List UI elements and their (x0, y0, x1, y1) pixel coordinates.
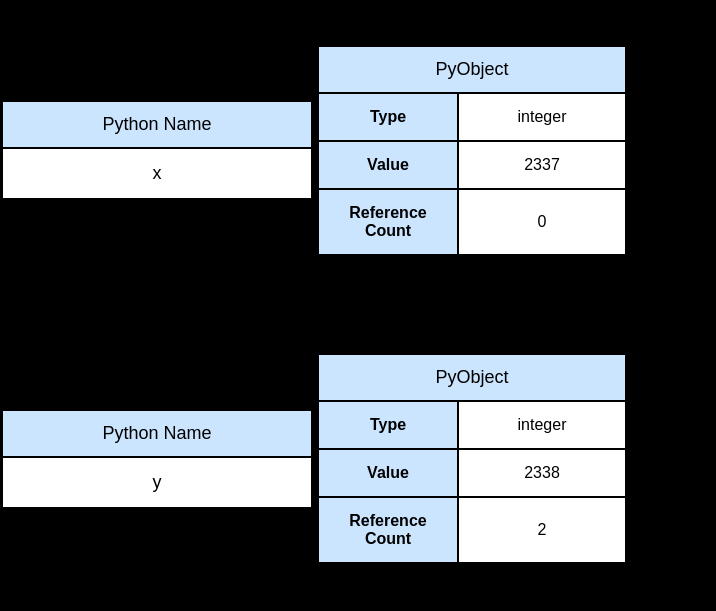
type-value-2: integer (459, 402, 625, 448)
ref-value-1: 0 (459, 190, 625, 254)
ref-label-line2-1: Count (365, 222, 411, 240)
pyobject-header-1: PyObject (319, 47, 625, 94)
ref-label-1: Reference Count (319, 190, 459, 254)
value-value-1: 2337 (459, 142, 625, 188)
pyobject-box-2: PyObject Type integer Value 2338 Referen… (317, 353, 627, 564)
ref-label-2: Reference Count (319, 498, 459, 562)
pyobject-row-ref-1: Reference Count 0 (319, 190, 625, 254)
pyobject-row-value-1: Value 2337 (319, 142, 625, 190)
python-name-box-2: Python Name y (1, 409, 313, 509)
ref-value-2: 2 (459, 498, 625, 562)
pyobject-row-value-2: Value 2338 (319, 450, 625, 498)
python-name-header-1: Python Name (1, 100, 313, 149)
pyobject-box-1: PyObject Type integer Value 2337 Referen… (317, 45, 627, 256)
type-label-1: Type (319, 94, 459, 140)
python-name-header-2: Python Name (1, 409, 313, 458)
pyobject-row-type-1: Type integer (319, 94, 625, 142)
python-name-value-1: x (1, 149, 313, 200)
pyobject-header-2: PyObject (319, 355, 625, 402)
ref-label-line1-2: Reference (349, 512, 426, 530)
python-name-value-2: y (1, 458, 313, 509)
value-value-2: 2338 (459, 450, 625, 496)
value-label-2: Value (319, 450, 459, 496)
ref-label-line2-2: Count (365, 530, 411, 548)
type-label-2: Type (319, 402, 459, 448)
value-label-1: Value (319, 142, 459, 188)
section-bottom: Python Name y PyObject Type integer Valu… (0, 316, 716, 601)
ref-label-line1-1: Reference (349, 204, 426, 222)
pyobject-row-type-2: Type integer (319, 402, 625, 450)
type-value-1: integer (459, 94, 625, 140)
python-name-box-1: Python Name x (1, 100, 313, 200)
pyobject-row-ref-2: Reference Count 2 (319, 498, 625, 562)
diagram-container: Python Name x PyObject Type integer Valu… (0, 0, 716, 611)
section-top: Python Name x PyObject Type integer Valu… (0, 10, 716, 290)
